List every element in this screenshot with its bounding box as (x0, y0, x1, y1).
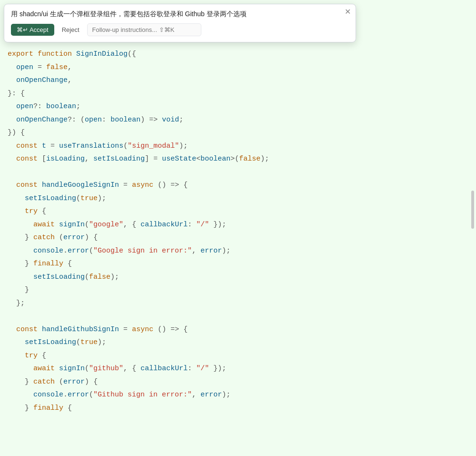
reject-button[interactable]: Reject (58, 24, 83, 36)
code-line (0, 310, 476, 323)
code-line: } finally { (0, 402, 476, 415)
scrollbar[interactable] (471, 191, 474, 229)
code-line (0, 166, 476, 179)
code-line: const handleGithubSignIn = async () => { (0, 323, 476, 336)
code-line: await signIn("google", { callbackUrl: "/… (0, 218, 476, 232)
popup-dialog: ✕ 用 shadcn/ui 生成一个弹框登录组件，需要包括谷歌登录和 Githu… (4, 4, 356, 42)
code-line: }) { (0, 126, 476, 140)
popup-actions: ⌘↵ Accept Reject (11, 23, 349, 36)
code-line: console.error("Google sign in error:", e… (0, 244, 476, 258)
code-line: setIsLoading(true); (0, 336, 476, 349)
accept-button[interactable]: ⌘↵ Accept (11, 24, 54, 36)
code-line: setIsLoading(false); (0, 271, 476, 284)
code-line: onOpenChange?: (open: boolean) => void; (0, 113, 476, 127)
code-line: }: { (0, 87, 476, 101)
code-line: } finally { (0, 257, 476, 271)
code-line: console.error("Github sign in error:", e… (0, 388, 476, 402)
accept-label: ⌘↵ Accept (17, 26, 49, 33)
code-line: try { (0, 349, 476, 363)
code-line: onOpenChange, (0, 74, 476, 87)
code-line: open?: boolean; (0, 100, 476, 113)
code-line: const t = useTranslations("sign_modal"); (0, 140, 476, 153)
close-button[interactable]: ✕ (345, 8, 351, 16)
code-line: } catch (error) { (0, 231, 476, 244)
code-line: const [isLoading, setIsLoading] = useSta… (0, 152, 476, 166)
code-line: try { (0, 205, 476, 218)
code-line: open = false, (0, 61, 476, 74)
code-line: }; (0, 297, 476, 310)
code-area: export function SignInDialog({ open = fa… (0, 0, 476, 456)
code-line: setIsLoading(true); (0, 192, 476, 205)
code-line: } (0, 284, 476, 297)
code-line: } catch (error) { (0, 375, 476, 389)
code-line: export function SignInDialog({ (0, 48, 476, 61)
popup-prompt: 用 shadcn/ui 生成一个弹框登录组件，需要包括谷歌登录和 Github … (11, 10, 349, 19)
code-line: await signIn("github", { callbackUrl: "/… (0, 362, 476, 375)
code-line: const handleGoogleSignIn = async () => { (0, 179, 476, 192)
followup-input[interactable] (87, 23, 201, 36)
